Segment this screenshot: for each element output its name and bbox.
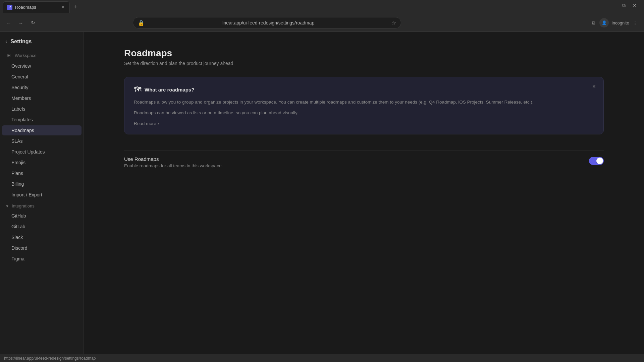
nav-right-icons: ⧉ 👤 Incognito ⋮	[589, 18, 640, 27]
sidebar-item-labels[interactable]: Labels	[2, 104, 82, 114]
info-card: 🗺 What are roadmaps? ✕ Roadmaps allow yo…	[124, 77, 604, 134]
sidebar-item-general[interactable]: General	[2, 72, 82, 82]
chevron-down-icon: ▼	[5, 204, 9, 208]
page-subtitle: Set the direction and plan the product j…	[124, 61, 604, 66]
maximize-button[interactable]: ⧉	[620, 1, 628, 9]
chevron-right-icon: ›	[158, 121, 159, 126]
bookmark-icon[interactable]: ☆	[391, 20, 396, 26]
sidebar-item-templates[interactable]: Templates	[2, 115, 82, 125]
page-title: Roadmaps	[124, 48, 604, 59]
status-bar: https://linear.app/ui-feed-redesign/sett…	[0, 354, 644, 362]
back-button[interactable]: ←	[4, 18, 13, 27]
lock-icon: 🔒	[138, 20, 145, 26]
use-roadmaps-description: Enable roadmaps for all teams in this wo…	[124, 163, 223, 168]
sidebar-item-slack[interactable]: Slack	[2, 232, 82, 242]
sidebar-item-billing[interactable]: Billing	[2, 179, 82, 189]
nav-bar: ← → ↻ 🔒 linear.app/ui-feed-redesign/sett…	[0, 14, 644, 32]
sidebar-item-emojis[interactable]: Emojis	[2, 158, 82, 168]
workspace-label: Workspace	[15, 53, 37, 58]
tab-title: Roadmaps	[15, 5, 57, 10]
browser-chrome: R Roadmaps ✕ + — ⧉ ✕ ← → ↻ 🔒 linear.app/…	[0, 0, 644, 32]
sidebar-item-roadmaps[interactable]: Roadmaps	[2, 125, 82, 135]
status-url: https://linear.app/ui-feed-redesign/sett…	[4, 356, 96, 361]
url-text: linear.app/ui-feed-redesign/settings/roa…	[147, 20, 389, 25]
close-window-button[interactable]: ✕	[631, 1, 639, 9]
workspace-icon: ⊞	[5, 52, 12, 59]
sidebar-title: Settings	[10, 39, 32, 45]
menu-button[interactable]: ⋮	[631, 18, 640, 27]
sidebar-item-security[interactable]: Security	[2, 82, 82, 93]
roadmap-icon: 🗺	[134, 85, 141, 94]
use-roadmaps-row: Use Roadmaps Enable roadmaps for all tea…	[124, 150, 604, 174]
toggle-knob	[596, 158, 603, 164]
sidebar-item-overview[interactable]: Overview	[2, 61, 82, 71]
tab-favicon: R	[7, 5, 12, 10]
sidebar-item-import-export[interactable]: Import / Export	[2, 190, 82, 200]
info-card-header: 🗺 What are roadmaps?	[134, 85, 594, 94]
sidebar-item-slas[interactable]: SLAs	[2, 136, 82, 146]
use-roadmaps-toggle-wrapper	[589, 157, 604, 165]
workspace-section-header: ⊞ Workspace	[0, 49, 84, 61]
read-more-link[interactable]: Read more ›	[134, 121, 159, 126]
minimize-button[interactable]: —	[609, 1, 617, 9]
app-layout: ‹ Settings ⊞ Workspace Overview General …	[0, 32, 644, 362]
sidebar-item-figma[interactable]: Figma	[2, 254, 82, 264]
new-tab-button[interactable]: +	[71, 2, 80, 12]
window-controls: — ⧉ ✕	[609, 1, 639, 9]
info-card-paragraph1: Roadmaps allow you to group and organize…	[134, 99, 594, 106]
tab-bar: R Roadmaps ✕ + — ⧉ ✕	[0, 0, 644, 14]
integrations-section-header[interactable]: ▼ Integrations	[0, 200, 84, 210]
sidebar-item-github[interactable]: GitHub	[2, 211, 82, 221]
forward-button[interactable]: →	[16, 18, 25, 27]
settings-section: Use Roadmaps Enable roadmaps for all tea…	[124, 148, 604, 174]
info-card-close-button[interactable]: ✕	[590, 82, 598, 90]
use-roadmaps-label: Use Roadmaps	[124, 156, 223, 162]
back-arrow-icon[interactable]: ‹	[5, 39, 7, 45]
sidebar-item-gitlab[interactable]: GitLab	[2, 222, 82, 232]
address-bar[interactable]: 🔒 linear.app/ui-feed-redesign/settings/r…	[133, 17, 401, 28]
sidebar-item-plans[interactable]: Plans	[2, 168, 82, 178]
incognito-label: Incognito	[611, 20, 629, 25]
reload-button[interactable]: ↻	[28, 18, 38, 27]
main-content: Roadmaps Set the direction and plan the …	[84, 32, 644, 362]
info-card-title: What are roadmaps?	[145, 87, 194, 93]
use-roadmaps-toggle[interactable]	[589, 157, 604, 165]
profile-button[interactable]: 👤	[599, 18, 609, 27]
use-roadmaps-info: Use Roadmaps Enable roadmaps for all tea…	[124, 156, 223, 168]
sidebar-item-discord[interactable]: Discord	[2, 243, 82, 253]
info-card-paragraph2: Roadmaps can be viewed as lists or on a …	[134, 109, 594, 117]
sidebar-header: ‹ Settings	[0, 32, 84, 49]
extensions-button[interactable]: ⧉	[589, 18, 598, 27]
sidebar: ‹ Settings ⊞ Workspace Overview General …	[0, 32, 84, 362]
sidebar-item-members[interactable]: Members	[2, 93, 82, 103]
integrations-label: Integrations	[12, 203, 35, 208]
sidebar-item-project-updates[interactable]: Project Updates	[2, 147, 82, 157]
browser-tab[interactable]: R Roadmaps ✕	[3, 1, 70, 13]
tab-close-button[interactable]: ✕	[60, 5, 65, 10]
